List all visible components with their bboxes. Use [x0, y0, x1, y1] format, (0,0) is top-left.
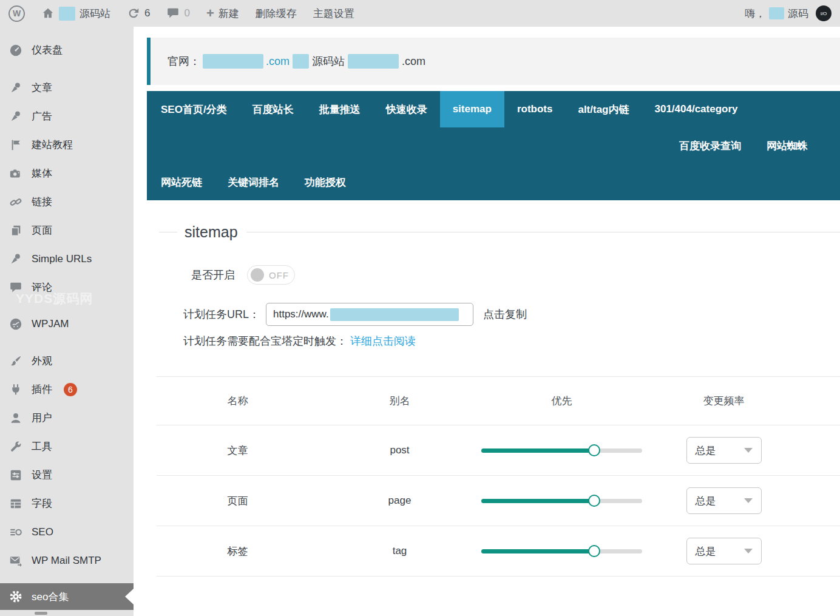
sidebar-item-links[interactable]: 链接 [0, 188, 134, 216]
admin-bar-account[interactable]: 嗨， 源码 I/O [745, 5, 832, 21]
sidebar-item-tools[interactable]: 工具 [0, 432, 134, 461]
header-name: 名称 [157, 394, 319, 408]
copy-button[interactable]: 点击复制 [483, 307, 527, 322]
sidebar-item-pages[interactable]: 页面 [0, 216, 134, 245]
tab-rotbots[interactable]: rotbots [504, 91, 566, 127]
toggle-knob [251, 268, 264, 282]
read-details-link[interactable]: 详细点击阅读 [350, 335, 416, 347]
gear-icon [9, 590, 22, 603]
row-name: 文章 [157, 444, 319, 458]
sidebar-item-settings[interactable]: 设置 [0, 461, 134, 489]
sidebar-item-label: 建站教程 [32, 138, 73, 152]
sidebar-item-fields[interactable]: 字段 [0, 489, 134, 518]
tab-alt-tag-links[interactable]: alt/tag内链 [565, 91, 642, 127]
tab-row-1: SEO首页/分类 百度站长 批量推送 快速收录 sitemap rotbots … [147, 91, 840, 127]
tab-keyword-ranking[interactable]: 关键词排名 [215, 164, 292, 200]
priority-slider[interactable] [481, 448, 642, 453]
paintbrush-icon [9, 354, 22, 368]
next-item-partial [35, 612, 47, 615]
redacted-domain-chip [203, 54, 263, 69]
sidebar-item-posts[interactable]: 文章 [0, 73, 134, 102]
slider-knob[interactable] [588, 495, 600, 507]
priority-slider[interactable] [481, 499, 642, 503]
sidebar-item-label: WPJAM [32, 318, 69, 330]
sidebar-item-label: 链接 [32, 195, 52, 209]
admin-bar-site-link[interactable]: 源码站 [41, 7, 110, 21]
cron-url-input[interactable]: https://www. [266, 303, 473, 326]
sidebar-item-seo-collection[interactable]: seo合集 [0, 583, 134, 610]
sidebar-item-comments[interactable]: 评论 [0, 273, 134, 302]
row-name: 标签 [157, 544, 319, 558]
sidebar-item-seo[interactable]: SEO [0, 518, 134, 546]
clear-cache-label: 删除缓存 [256, 7, 297, 21]
sidebar-item-plugins[interactable]: 插件 6 [0, 375, 134, 404]
admin-bar-updates[interactable]: 6 [127, 7, 150, 20]
tab-baidu-index-query[interactable]: 百度收录查询 [666, 127, 754, 164]
enable-row: 是否开启 OFF [191, 265, 840, 285]
header-alias: 别名 [319, 394, 481, 408]
wrench-icon [9, 440, 22, 453]
table-header-row: 名称 别名 优先 变更频率 [157, 377, 840, 425]
sidebar-item-simple-urls[interactable]: Simple URLs [0, 245, 134, 273]
tab-301-404-category[interactable]: 301/404/category [642, 91, 750, 127]
enable-toggle[interactable]: OFF [247, 265, 295, 285]
sidebar-item-label: 字段 [32, 496, 52, 510]
new-label: 新建 [218, 7, 239, 21]
frequency-value: 总是 [696, 544, 716, 558]
frequency-dropdown[interactable]: 总是 [686, 487, 762, 514]
chain-link-icon [9, 195, 22, 209]
sidebar-item-tutorials[interactable]: 建站教程 [0, 130, 134, 159]
camera-icon [9, 167, 22, 180]
tab-quick-index[interactable]: 快速收录 [373, 91, 440, 127]
sidebar-item-users[interactable]: 用户 [0, 404, 134, 432]
pushpin-icon [9, 110, 22, 123]
sidebar-item-label: 外观 [32, 354, 52, 368]
tab-seo-home[interactable]: SEO首页/分类 [148, 91, 240, 127]
sidebar-item-ads[interactable]: 广告 [0, 102, 134, 130]
sidebar-item-dashboard[interactable]: 仪表盘 [0, 36, 134, 64]
frequency-value: 总是 [696, 444, 716, 458]
admin-bar-new[interactable]: + 新建 [206, 5, 239, 21]
avatar: I/O [816, 5, 832, 21]
gauge-icon [9, 44, 22, 57]
notice-com-link[interactable]: .com [266, 55, 290, 68]
section-legend: sitemap [147, 223, 840, 241]
sidebar-item-appearance[interactable]: 外观 [0, 347, 134, 375]
tab-batch-push[interactable]: 批量推送 [307, 91, 373, 127]
tab-site-spider[interactable]: 网站蜘蛛 [754, 127, 821, 164]
tab-baidu-webmaster[interactable]: 百度站长 [240, 91, 307, 127]
sidebar-item-media[interactable]: 媒体 [0, 159, 134, 188]
sidebar-item-label: SEO [32, 526, 53, 538]
admin-bar-theme-settings[interactable]: 主题设置 [313, 7, 354, 21]
sidebar-item-wp-mail-smtp[interactable]: WP Mail SMTP [0, 546, 134, 575]
wordpress-logo-icon[interactable]: W [8, 5, 25, 22]
legend-line-right [246, 232, 840, 232]
admin-bar-clear-cache[interactable]: 删除缓存 [256, 7, 297, 21]
frequency-dropdown[interactable]: 总是 [686, 437, 762, 464]
sidebar-item-label: seo合集 [32, 590, 69, 604]
tab-sitemap[interactable]: sitemap [440, 91, 504, 127]
greeting-label: 嗨， [745, 7, 765, 21]
plug-icon [9, 383, 22, 396]
official-site-notice: 官网： .com 源码站 .com [147, 38, 840, 85]
redacted-user-chip [769, 7, 784, 19]
cron-note-text: 计划任务需要配合宝塔定时触发： [183, 335, 347, 347]
url-prefix-text: https://www. [273, 308, 329, 320]
pushpin-icon [9, 252, 22, 266]
priority-slider[interactable] [481, 549, 642, 553]
comments-count: 0 [184, 7, 189, 19]
tab-dead-links[interactable]: 网站死链 [148, 164, 215, 200]
sidebar-item-wpjam[interactable]: WPJAM [0, 310, 134, 338]
tab-feature-license[interactable]: 功能授权 [292, 164, 359, 200]
slider-knob[interactable] [588, 444, 600, 456]
site-name-label: 源码站 [80, 7, 110, 21]
admin-bar-comments[interactable]: 0 [166, 7, 189, 20]
slider-fill [481, 549, 594, 553]
frequency-dropdown[interactable]: 总是 [686, 538, 762, 564]
slider-fill [481, 448, 594, 453]
slider-knob[interactable] [588, 545, 600, 557]
cron-url-row: 计划任务URL： https://www. 点击复制 [183, 303, 840, 326]
chevron-down-icon [744, 498, 753, 503]
toggle-state-label: OFF [269, 270, 289, 280]
main-content: 官网： .com 源码站 .com SEO首页/分类 百度站长 批量推送 快速收… [134, 27, 840, 616]
